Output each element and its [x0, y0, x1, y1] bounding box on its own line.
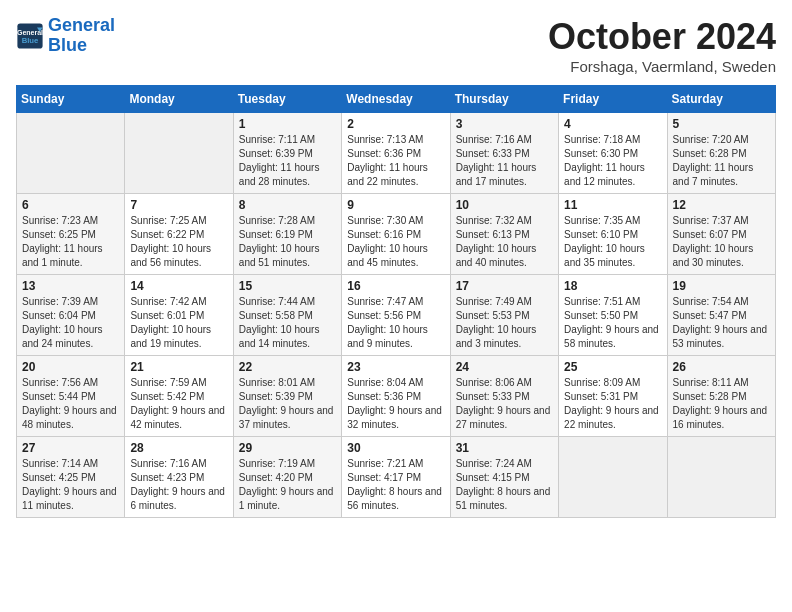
calendar-cell: 24Sunrise: 8:06 AMSunset: 5:33 PMDayligh… [450, 356, 558, 437]
day-info: Sunrise: 7:51 AMSunset: 5:50 PMDaylight:… [564, 295, 661, 351]
day-info: Sunrise: 8:04 AMSunset: 5:36 PMDaylight:… [347, 376, 444, 432]
calendar-week-row: 6Sunrise: 7:23 AMSunset: 6:25 PMDaylight… [17, 194, 776, 275]
day-info: Sunrise: 8:11 AMSunset: 5:28 PMDaylight:… [673, 376, 770, 432]
day-info: Sunrise: 7:44 AMSunset: 5:58 PMDaylight:… [239, 295, 336, 351]
day-info: Sunrise: 7:13 AMSunset: 6:36 PMDaylight:… [347, 133, 444, 189]
day-number: 2 [347, 117, 444, 131]
day-number: 10 [456, 198, 553, 212]
calendar-cell: 5Sunrise: 7:20 AMSunset: 6:28 PMDaylight… [667, 113, 775, 194]
day-number: 17 [456, 279, 553, 293]
title-block: October 2024 Forshaga, Vaermland, Sweden [548, 16, 776, 75]
calendar-cell: 6Sunrise: 7:23 AMSunset: 6:25 PMDaylight… [17, 194, 125, 275]
weekday-header: Sunday [17, 86, 125, 113]
calendar-cell: 27Sunrise: 7:14 AMSunset: 4:25 PMDayligh… [17, 437, 125, 518]
calendar-cell: 16Sunrise: 7:47 AMSunset: 5:56 PMDayligh… [342, 275, 450, 356]
day-info: Sunrise: 8:09 AMSunset: 5:31 PMDaylight:… [564, 376, 661, 432]
calendar-cell: 8Sunrise: 7:28 AMSunset: 6:19 PMDaylight… [233, 194, 341, 275]
day-number: 15 [239, 279, 336, 293]
day-number: 14 [130, 279, 227, 293]
day-info: Sunrise: 7:14 AMSunset: 4:25 PMDaylight:… [22, 457, 119, 513]
calendar-cell: 13Sunrise: 7:39 AMSunset: 6:04 PMDayligh… [17, 275, 125, 356]
logo: General Blue General Blue [16, 16, 115, 56]
day-info: Sunrise: 7:19 AMSunset: 4:20 PMDaylight:… [239, 457, 336, 513]
month-title: October 2024 [548, 16, 776, 58]
calendar-cell: 1Sunrise: 7:11 AMSunset: 6:39 PMDaylight… [233, 113, 341, 194]
day-number: 7 [130, 198, 227, 212]
day-info: Sunrise: 7:21 AMSunset: 4:17 PMDaylight:… [347, 457, 444, 513]
calendar-table: SundayMondayTuesdayWednesdayThursdayFrid… [16, 85, 776, 518]
calendar-cell: 3Sunrise: 7:16 AMSunset: 6:33 PMDaylight… [450, 113, 558, 194]
day-number: 25 [564, 360, 661, 374]
day-info: Sunrise: 7:37 AMSunset: 6:07 PMDaylight:… [673, 214, 770, 270]
day-info: Sunrise: 8:01 AMSunset: 5:39 PMDaylight:… [239, 376, 336, 432]
day-number: 8 [239, 198, 336, 212]
calendar-cell: 11Sunrise: 7:35 AMSunset: 6:10 PMDayligh… [559, 194, 667, 275]
day-info: Sunrise: 7:42 AMSunset: 6:01 PMDaylight:… [130, 295, 227, 351]
day-number: 1 [239, 117, 336, 131]
calendar-cell: 30Sunrise: 7:21 AMSunset: 4:17 PMDayligh… [342, 437, 450, 518]
calendar-week-row: 27Sunrise: 7:14 AMSunset: 4:25 PMDayligh… [17, 437, 776, 518]
day-info: Sunrise: 7:35 AMSunset: 6:10 PMDaylight:… [564, 214, 661, 270]
day-number: 3 [456, 117, 553, 131]
day-number: 31 [456, 441, 553, 455]
day-number: 26 [673, 360, 770, 374]
calendar-cell: 14Sunrise: 7:42 AMSunset: 6:01 PMDayligh… [125, 275, 233, 356]
day-number: 23 [347, 360, 444, 374]
day-info: Sunrise: 7:28 AMSunset: 6:19 PMDaylight:… [239, 214, 336, 270]
calendar-cell [559, 437, 667, 518]
day-number: 29 [239, 441, 336, 455]
day-info: Sunrise: 7:30 AMSunset: 6:16 PMDaylight:… [347, 214, 444, 270]
calendar-week-row: 13Sunrise: 7:39 AMSunset: 6:04 PMDayligh… [17, 275, 776, 356]
calendar-cell: 19Sunrise: 7:54 AMSunset: 5:47 PMDayligh… [667, 275, 775, 356]
calendar-cell: 10Sunrise: 7:32 AMSunset: 6:13 PMDayligh… [450, 194, 558, 275]
calendar-cell: 20Sunrise: 7:56 AMSunset: 5:44 PMDayligh… [17, 356, 125, 437]
day-number: 5 [673, 117, 770, 131]
day-info: Sunrise: 7:54 AMSunset: 5:47 PMDaylight:… [673, 295, 770, 351]
day-number: 12 [673, 198, 770, 212]
day-number: 19 [673, 279, 770, 293]
day-info: Sunrise: 7:25 AMSunset: 6:22 PMDaylight:… [130, 214, 227, 270]
logo-line2: Blue [48, 35, 87, 55]
day-number: 11 [564, 198, 661, 212]
day-info: Sunrise: 7:16 AMSunset: 4:23 PMDaylight:… [130, 457, 227, 513]
calendar-week-row: 20Sunrise: 7:56 AMSunset: 5:44 PMDayligh… [17, 356, 776, 437]
day-info: Sunrise: 7:20 AMSunset: 6:28 PMDaylight:… [673, 133, 770, 189]
day-number: 9 [347, 198, 444, 212]
calendar-cell: 21Sunrise: 7:59 AMSunset: 5:42 PMDayligh… [125, 356, 233, 437]
day-info: Sunrise: 7:32 AMSunset: 6:13 PMDaylight:… [456, 214, 553, 270]
header-row: SundayMondayTuesdayWednesdayThursdayFrid… [17, 86, 776, 113]
calendar-cell: 28Sunrise: 7:16 AMSunset: 4:23 PMDayligh… [125, 437, 233, 518]
day-number: 28 [130, 441, 227, 455]
logo-text: General Blue [48, 16, 115, 56]
weekday-header: Tuesday [233, 86, 341, 113]
calendar-cell: 12Sunrise: 7:37 AMSunset: 6:07 PMDayligh… [667, 194, 775, 275]
day-number: 20 [22, 360, 119, 374]
calendar-cell: 23Sunrise: 8:04 AMSunset: 5:36 PMDayligh… [342, 356, 450, 437]
svg-text:Blue: Blue [22, 36, 39, 45]
day-info: Sunrise: 7:16 AMSunset: 6:33 PMDaylight:… [456, 133, 553, 189]
day-number: 18 [564, 279, 661, 293]
day-info: Sunrise: 7:47 AMSunset: 5:56 PMDaylight:… [347, 295, 444, 351]
day-number: 22 [239, 360, 336, 374]
calendar-cell: 15Sunrise: 7:44 AMSunset: 5:58 PMDayligh… [233, 275, 341, 356]
weekday-header: Saturday [667, 86, 775, 113]
day-info: Sunrise: 7:11 AMSunset: 6:39 PMDaylight:… [239, 133, 336, 189]
page-header: General Blue General Blue October 2024 F… [16, 16, 776, 75]
calendar-cell: 7Sunrise: 7:25 AMSunset: 6:22 PMDaylight… [125, 194, 233, 275]
day-info: Sunrise: 7:39 AMSunset: 6:04 PMDaylight:… [22, 295, 119, 351]
weekday-header: Wednesday [342, 86, 450, 113]
calendar-week-row: 1Sunrise: 7:11 AMSunset: 6:39 PMDaylight… [17, 113, 776, 194]
location-title: Forshaga, Vaermland, Sweden [548, 58, 776, 75]
day-number: 30 [347, 441, 444, 455]
day-number: 6 [22, 198, 119, 212]
calendar-cell [125, 113, 233, 194]
day-info: Sunrise: 7:23 AMSunset: 6:25 PMDaylight:… [22, 214, 119, 270]
calendar-cell: 18Sunrise: 7:51 AMSunset: 5:50 PMDayligh… [559, 275, 667, 356]
calendar-cell: 22Sunrise: 8:01 AMSunset: 5:39 PMDayligh… [233, 356, 341, 437]
weekday-header: Friday [559, 86, 667, 113]
day-info: Sunrise: 7:56 AMSunset: 5:44 PMDaylight:… [22, 376, 119, 432]
calendar-cell [667, 437, 775, 518]
day-info: Sunrise: 7:59 AMSunset: 5:42 PMDaylight:… [130, 376, 227, 432]
logo-line1: General [48, 15, 115, 35]
weekday-header: Thursday [450, 86, 558, 113]
